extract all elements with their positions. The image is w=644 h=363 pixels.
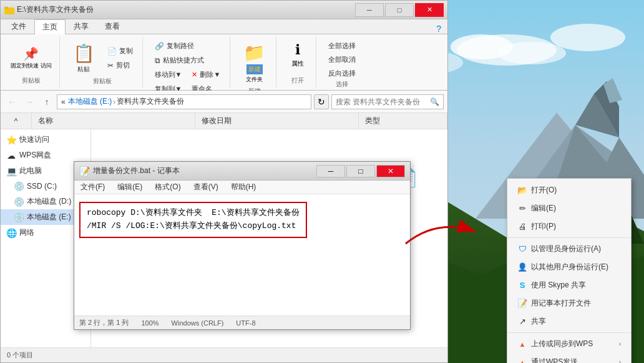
address-path[interactable]: « 本地磁盘 (E:) › 资料共享文件夹备份 [57, 94, 311, 109]
tab-view[interactable]: 查看 [97, 19, 128, 34]
menu-edit[interactable]: 编辑(E) [114, 181, 146, 194]
properties-button[interactable]: ℹ 属性 [286, 39, 309, 71]
ctx-run-other[interactable]: 👤 以其他用户身份运行(E) [507, 258, 631, 276]
ctx-share[interactable]: ↗ 共享 [507, 312, 631, 331]
path-part-2[interactable]: 资料共享文件夹备份 [117, 96, 184, 107]
menu-file[interactable]: 文件(F) [77, 181, 109, 194]
refresh-button[interactable]: ↻ [314, 94, 329, 109]
path-part-1[interactable]: 本地磁盘 (E:) [68, 96, 112, 107]
menu-format[interactable]: 格式(O) [151, 181, 184, 194]
ctx-edit[interactable]: ✏ 编辑(E) [507, 199, 631, 217]
network-label: 网络 [19, 227, 34, 238]
status-bar: 0 个项目 [1, 347, 447, 362]
notepad-window: 📝 增量备份文件.bat - 记事本 ─ □ ✕ 文件(F) 编辑(E) 格式(… [74, 161, 411, 330]
menu-view[interactable]: 查看(V) [190, 181, 222, 194]
ctx-share-icon: ↗ [517, 317, 527, 327]
network-icon: 🌐 [6, 228, 17, 238]
pin-to-quick-access-button[interactable]: 📌 固定到快速 访问 [8, 44, 54, 72]
paste-button[interactable]: 📋 粘贴 [67, 39, 100, 77]
ribbon-content: 📌 固定到快速 访问 剪贴板 📋 粘贴 📄 复制 ✂ [1, 34, 447, 91]
address-bar: ← → ↑ « 本地磁盘 (E:) › 资料共享文件夹备份 ↻ 🔍 [1, 91, 447, 113]
notepad-close-button[interactable]: ✕ [376, 165, 405, 177]
ctx-print-label: 打印(P) [531, 221, 556, 232]
forward-button[interactable]: → [22, 94, 37, 109]
invert-selection-button[interactable]: 反向选择 [324, 67, 360, 80]
notepad-window-controls: ─ □ ✕ [316, 165, 405, 177]
ctx-run-other-label: 以其他用户身份运行(E) [531, 262, 608, 272]
notepad-titlebar: 📝 增量备份文件.bat - 记事本 ─ □ ✕ [74, 162, 410, 181]
pin-button-area: 📌 固定到快速 访问 [8, 39, 54, 76]
tab-file[interactable]: 文件 [3, 19, 34, 34]
copy-cut-area: 📄 复制 ✂ 剪切 [103, 44, 137, 72]
ctx-arrow-1: › [619, 341, 621, 347]
this-pc-icon: 💻 [6, 166, 17, 176]
ctx-open-icon: 📂 [517, 186, 527, 196]
ctx-wps-send[interactable]: ▲ 通过WPS发送 › [507, 353, 631, 363]
copy-path-button[interactable]: 🔗 复制路径 [150, 39, 225, 52]
wps-label: WPS网盘 [19, 150, 51, 161]
new-folder-badge: 新建 [246, 64, 263, 74]
ribbon-group-open: ℹ 属性 打开 [279, 37, 316, 87]
copy-button[interactable]: 📄 复制 [103, 44, 137, 57]
move-to-button[interactable]: 移动到▼ [150, 68, 187, 81]
move-to-label: 移动到▼ [155, 70, 182, 79]
clipboard-group-label: 剪贴板 [22, 76, 41, 85]
ctx-skype-icon: S [517, 281, 527, 291]
ctx-user-icon: 👤 [517, 262, 527, 272]
notepad-maximize-button[interactable]: □ [346, 165, 375, 177]
menu-help[interactable]: 帮助(H) [227, 181, 260, 194]
delete-label: 删除▼ [200, 70, 220, 79]
ctx-print-icon: 🖨 [517, 222, 527, 232]
explorer-titlebar: E:\资料共享文件夹备份 ─ □ ✕ [1, 1, 447, 19]
cut-button[interactable]: ✂ 剪切 [103, 59, 137, 72]
organize-buttons: 🔗 复制路径 ⧉ 粘贴快捷方式 移动到▼ ✕ 删除▼ [150, 39, 225, 96]
notepad-minimize-button[interactable]: ─ [316, 165, 345, 177]
copy-path-label: 复制路径 [167, 41, 194, 51]
name-column-header[interactable]: 名称 [32, 113, 195, 129]
disk-d-label: 本地磁盘 (D:) [27, 196, 71, 207]
cut-label: 剪切 [116, 61, 130, 70]
ctx-wps-upload[interactable]: ▲ 上传或同步到WPS › [507, 335, 631, 353]
ctx-run-admin[interactable]: 🛡 以管理员身份运行(A) [507, 240, 631, 258]
ctx-wps-upload-icon: ▲ [517, 339, 527, 349]
red-arrow [399, 206, 481, 256]
paste-shortcut-button[interactable]: ⧉ 粘贴快捷方式 [150, 54, 225, 67]
invert-label: 反向选择 [328, 69, 356, 78]
ribbon-group-new: 📁 新建 文件夹 新建 [233, 37, 276, 87]
notepad-statusbar: 第 2 行，第 1 列 100% Windows (CRLF) UTF-8 [74, 316, 410, 329]
search-input[interactable] [336, 97, 430, 106]
ctx-wps-send-label: 通过WPS发送 [531, 357, 578, 363]
context-menu: 📂 打开(O) ✏ 编辑(E) 🖨 打印(P) 🛡 以管理员身份运行(A) 👤 … [507, 178, 632, 363]
tab-share[interactable]: 共享 [66, 19, 97, 34]
type-column-header[interactable]: 类型 [359, 113, 447, 129]
tab-home[interactable]: 主页 [34, 19, 66, 34]
ctx-skype[interactable]: S 使用 Skype 共享 [507, 276, 631, 294]
new-folder-label: 文件夹 [246, 76, 263, 84]
modified-column-header[interactable]: 修改日期 [195, 113, 359, 129]
ctx-open-notepad[interactable]: 📝 用记事本打开文件 [507, 294, 631, 312]
ribbon-group-select: 全部选择 全部取消 反向选择 选择 [319, 37, 365, 87]
help-icon[interactable]: ? [436, 24, 441, 34]
explorer-maximize-button[interactable]: □ [385, 3, 414, 17]
explorer-close-button[interactable]: ✕ [415, 3, 444, 17]
path-icon: « [61, 97, 66, 106]
ctx-arrow-2: › [619, 359, 621, 363]
disk-e-label: 本地磁盘 (E:) [27, 212, 71, 222]
select-all-button[interactable]: 全部选择 [324, 39, 360, 52]
delete-button[interactable]: ✕ 删除▼ [187, 68, 225, 81]
explorer-minimize-button[interactable]: ─ [355, 3, 384, 17]
search-icon[interactable]: 🔍 [430, 97, 439, 106]
paste-label: 粘贴 [77, 65, 90, 74]
up-button[interactable]: ↑ [39, 94, 54, 109]
move-copy-row: 移动到▼ ✕ 删除▼ [150, 68, 225, 81]
search-box[interactable]: 🔍 [331, 94, 444, 109]
deselect-all-button[interactable]: 全部取消 [324, 53, 360, 66]
notepad-content-area[interactable]: robocopy D:\资料共享文件夹 E:\资料共享文件夹备份 /MIR /S… [74, 194, 410, 316]
new-folder-button[interactable]: 📁 新建 文件夹 [238, 39, 271, 87]
sidebar-item-quick-access[interactable]: ⭐ 快速访问 [1, 132, 90, 147]
column-headers: ^ 名称 修改日期 类型 [1, 113, 447, 129]
ctx-print[interactable]: 🖨 打印(P) [507, 217, 631, 236]
ctx-open[interactable]: 📂 打开(O) [507, 181, 631, 199]
back-button[interactable]: ← [4, 94, 19, 109]
notepad-cursor-pos: 第 2 行，第 1 列 [79, 318, 129, 327]
